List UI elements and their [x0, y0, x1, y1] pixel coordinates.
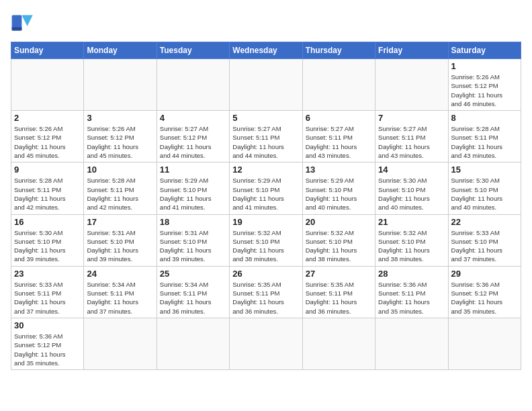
day-number: 27 — [306, 269, 372, 279]
day-number: 3 — [87, 113, 153, 123]
day-info: Sunrise: 5:31 AM Sunset: 5:10 PM Dayligh… — [87, 228, 153, 264]
svg-rect-2 — [12, 28, 22, 31]
day-info: Sunrise: 5:35 AM Sunset: 5:11 PM Dayligh… — [306, 280, 372, 316]
day-info: Sunrise: 5:30 AM Sunset: 5:10 PM Dayligh… — [378, 176, 445, 212]
day-info: Sunrise: 5:36 AM Sunset: 5:12 PM Dayligh… — [451, 280, 518, 316]
day-number: 14 — [378, 165, 445, 175]
day-number: 23 — [14, 269, 81, 279]
day-info: Sunrise: 5:28 AM Sunset: 5:11 PM Dayligh… — [451, 124, 518, 160]
calendar-week-row: 9Sunrise: 5:28 AM Sunset: 5:11 PM Daylig… — [11, 163, 521, 214]
day-number: 22 — [451, 217, 518, 227]
day-number: 16 — [14, 217, 81, 227]
day-info: Sunrise: 5:29 AM Sunset: 5:10 PM Dayligh… — [232, 176, 299, 212]
day-number: 17 — [87, 217, 153, 227]
calendar-day-cell: 8Sunrise: 5:28 AM Sunset: 5:11 PM Daylig… — [448, 111, 521, 163]
calendar-day-cell: 27Sunrise: 5:35 AM Sunset: 5:11 PM Dayli… — [302, 266, 375, 318]
calendar-body: 1Sunrise: 5:26 AM Sunset: 5:12 PM Daylig… — [11, 59, 521, 370]
day-info: Sunrise: 5:26 AM Sunset: 5:12 PM Dayligh… — [14, 124, 81, 160]
day-number: 21 — [378, 217, 445, 227]
weekday-header-tuesday: Tuesday — [157, 42, 229, 59]
weekday-header-sunday: Sunday — [11, 42, 84, 59]
calendar-day-cell: 7Sunrise: 5:27 AM Sunset: 5:11 PM Daylig… — [375, 111, 448, 163]
day-info: Sunrise: 5:29 AM Sunset: 5:10 PM Dayligh… — [306, 176, 372, 212]
header — [11, 11, 521, 35]
calendar-day-cell — [230, 318, 302, 369]
calendar-day-cell: 30Sunrise: 5:36 AM Sunset: 5:12 PM Dayli… — [11, 318, 84, 369]
calendar-day-cell: 29Sunrise: 5:36 AM Sunset: 5:12 PM Dayli… — [448, 266, 521, 318]
day-info: Sunrise: 5:27 AM Sunset: 5:12 PM Dayligh… — [160, 124, 226, 160]
calendar-day-cell — [11, 59, 84, 111]
day-number: 29 — [451, 269, 518, 279]
calendar-week-row: 16Sunrise: 5:30 AM Sunset: 5:10 PM Dayli… — [11, 214, 521, 266]
day-number: 15 — [451, 165, 518, 175]
day-number: 6 — [306, 113, 372, 123]
weekday-header-saturday: Saturday — [448, 42, 521, 59]
calendar-day-cell — [157, 59, 229, 111]
day-number: 28 — [378, 269, 445, 279]
calendar-day-cell: 3Sunrise: 5:26 AM Sunset: 5:12 PM Daylig… — [84, 111, 157, 163]
calendar-day-cell: 18Sunrise: 5:31 AM Sunset: 5:10 PM Dayli… — [157, 214, 229, 266]
calendar-day-cell: 22Sunrise: 5:33 AM Sunset: 5:10 PM Dayli… — [448, 214, 521, 266]
day-number: 5 — [232, 113, 299, 123]
day-number: 19 — [232, 217, 299, 227]
day-info: Sunrise: 5:26 AM Sunset: 5:12 PM Dayligh… — [87, 124, 153, 160]
calendar-day-cell: 16Sunrise: 5:30 AM Sunset: 5:10 PM Dayli… — [11, 214, 84, 266]
day-number: 11 — [160, 165, 226, 175]
day-number: 8 — [451, 113, 518, 123]
calendar-day-cell: 25Sunrise: 5:34 AM Sunset: 5:11 PM Dayli… — [157, 266, 229, 318]
day-number: 2 — [14, 113, 81, 123]
day-info: Sunrise: 5:27 AM Sunset: 5:11 PM Dayligh… — [232, 124, 299, 160]
calendar-week-row: 30Sunrise: 5:36 AM Sunset: 5:12 PM Dayli… — [11, 318, 521, 369]
day-info: Sunrise: 5:36 AM Sunset: 5:12 PM Dayligh… — [14, 332, 81, 367]
calendar-day-cell: 14Sunrise: 5:30 AM Sunset: 5:10 PM Dayli… — [375, 163, 448, 214]
calendar-day-cell: 21Sunrise: 5:32 AM Sunset: 5:10 PM Dayli… — [375, 214, 448, 266]
calendar-day-cell — [375, 59, 448, 111]
calendar-day-cell: 28Sunrise: 5:36 AM Sunset: 5:11 PM Dayli… — [375, 266, 448, 318]
calendar-day-cell: 12Sunrise: 5:29 AM Sunset: 5:10 PM Dayli… — [230, 163, 302, 214]
day-info: Sunrise: 5:33 AM Sunset: 5:11 PM Dayligh… — [14, 280, 81, 316]
day-info: Sunrise: 5:28 AM Sunset: 5:11 PM Dayligh… — [14, 176, 81, 212]
weekday-header-friday: Friday — [375, 42, 448, 59]
day-info: Sunrise: 5:27 AM Sunset: 5:11 PM Dayligh… — [306, 124, 372, 160]
day-number: 18 — [160, 217, 226, 227]
logo-icon — [11, 11, 35, 35]
day-number: 1 — [451, 61, 518, 71]
calendar-day-cell: 10Sunrise: 5:28 AM Sunset: 5:11 PM Dayli… — [84, 163, 157, 214]
day-info: Sunrise: 5:36 AM Sunset: 5:11 PM Dayligh… — [378, 280, 445, 316]
day-info: Sunrise: 5:30 AM Sunset: 5:10 PM Dayligh… — [14, 228, 81, 264]
calendar-day-cell: 4Sunrise: 5:27 AM Sunset: 5:12 PM Daylig… — [157, 111, 229, 163]
calendar-day-cell — [375, 318, 448, 369]
day-info: Sunrise: 5:28 AM Sunset: 5:11 PM Dayligh… — [87, 176, 153, 212]
calendar-day-cell: 17Sunrise: 5:31 AM Sunset: 5:10 PM Dayli… — [84, 214, 157, 266]
day-info: Sunrise: 5:33 AM Sunset: 5:10 PM Dayligh… — [451, 228, 518, 264]
day-info: Sunrise: 5:32 AM Sunset: 5:10 PM Dayligh… — [232, 228, 299, 264]
day-info: Sunrise: 5:32 AM Sunset: 5:10 PM Dayligh… — [306, 228, 372, 264]
day-info: Sunrise: 5:34 AM Sunset: 5:11 PM Dayligh… — [87, 280, 153, 316]
day-number: 12 — [232, 165, 299, 175]
logo — [11, 11, 39, 35]
calendar-day-cell: 19Sunrise: 5:32 AM Sunset: 5:10 PM Dayli… — [230, 214, 302, 266]
weekday-header-wednesday: Wednesday — [230, 42, 302, 59]
calendar-day-cell — [448, 318, 521, 369]
calendar-day-cell — [84, 318, 157, 369]
calendar-day-cell: 20Sunrise: 5:32 AM Sunset: 5:10 PM Dayli… — [302, 214, 375, 266]
calendar-table: SundayMondayTuesdayWednesdayThursdayFrid… — [11, 42, 521, 370]
calendar-day-cell: 26Sunrise: 5:35 AM Sunset: 5:11 PM Dayli… — [230, 266, 302, 318]
calendar-day-cell: 15Sunrise: 5:30 AM Sunset: 5:10 PM Dayli… — [448, 163, 521, 214]
day-info: Sunrise: 5:31 AM Sunset: 5:10 PM Dayligh… — [160, 228, 226, 264]
day-info: Sunrise: 5:27 AM Sunset: 5:11 PM Dayligh… — [378, 124, 445, 160]
calendar-day-cell — [230, 59, 302, 111]
calendar-day-cell: 11Sunrise: 5:29 AM Sunset: 5:10 PM Dayli… — [157, 163, 229, 214]
calendar-day-cell: 23Sunrise: 5:33 AM Sunset: 5:11 PM Dayli… — [11, 266, 84, 318]
weekday-header-monday: Monday — [84, 42, 157, 59]
calendar-day-cell: 2Sunrise: 5:26 AM Sunset: 5:12 PM Daylig… — [11, 111, 84, 163]
day-number: 13 — [306, 165, 372, 175]
day-info: Sunrise: 5:26 AM Sunset: 5:12 PM Dayligh… — [451, 73, 518, 108]
calendar-week-row: 1Sunrise: 5:26 AM Sunset: 5:12 PM Daylig… — [11, 59, 521, 111]
calendar-container: SundayMondayTuesdayWednesdayThursdayFrid… — [0, 0, 532, 411]
calendar-week-row: 23Sunrise: 5:33 AM Sunset: 5:11 PM Dayli… — [11, 266, 521, 318]
calendar-day-cell — [84, 59, 157, 111]
weekday-header-row: SundayMondayTuesdayWednesdayThursdayFrid… — [11, 42, 521, 59]
calendar-day-cell — [302, 59, 375, 111]
calendar-day-cell: 9Sunrise: 5:28 AM Sunset: 5:11 PM Daylig… — [11, 163, 84, 214]
